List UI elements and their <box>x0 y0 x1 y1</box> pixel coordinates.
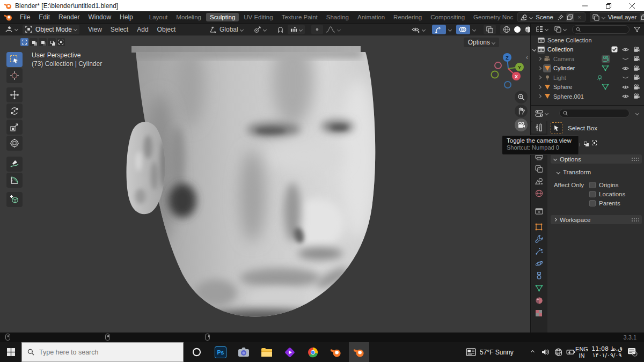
viewport-3d[interactable]: User Perspective (73) Collection | Cylin… <box>0 35 530 333</box>
blender-taskbar-button[interactable] <box>327 342 345 362</box>
camera-app-button[interactable] <box>235 342 252 362</box>
parents-checkbox[interactable] <box>589 200 596 206</box>
tray-expand-chevron[interactable] <box>527 342 538 362</box>
properties-editor-type-button[interactable] <box>532 108 551 118</box>
snap-settings-button[interactable] <box>288 25 305 34</box>
cylinder-render-icon[interactable] <box>633 64 641 72</box>
tab-texture[interactable] <box>531 307 546 319</box>
clock[interactable]: 11:08 ق.ظ ۱۴۰۱/۰۹/۰۹ <box>591 342 623 362</box>
menu-window[interactable]: Window <box>84 13 115 21</box>
chrome-button[interactable] <box>304 342 321 362</box>
tool-move-button[interactable] <box>6 87 23 102</box>
light-eye-closed-icon[interactable] <box>621 73 630 82</box>
new-scene-icon[interactable] <box>566 13 574 21</box>
outliner-row-camera[interactable]: Camera <box>531 54 644 64</box>
options-expand-icon[interactable] <box>553 157 557 161</box>
scene-selector[interactable]: Scene × <box>517 12 586 22</box>
snap-settings-chevron[interactable] <box>299 27 303 31</box>
tab-modifiers[interactable] <box>531 233 546 245</box>
sphere-001-eye-icon[interactable] <box>621 92 630 100</box>
camera-eye-closed-icon[interactable] <box>621 55 630 63</box>
minimize-button[interactable] <box>573 0 597 11</box>
active-tool-icon[interactable] <box>551 122 562 134</box>
gizmo-axis-neg-y[interactable] <box>492 71 499 78</box>
proportional-falloff-button[interactable] <box>323 25 343 34</box>
select-mode-invert-icon[interactable] <box>48 38 56 46</box>
workspace-tab-animation[interactable]: Animation <box>354 13 389 21</box>
cylinder-expand-icon[interactable] <box>538 67 541 70</box>
volume-icon[interactable] <box>539 342 552 362</box>
properties-options-chevron[interactable] <box>635 111 639 115</box>
file-explorer-button[interactable] <box>258 342 275 362</box>
collection-expand-icon[interactable] <box>532 48 536 51</box>
camera-label[interactable]: Camera <box>553 56 574 62</box>
sphere-001-render-icon[interactable] <box>633 92 641 100</box>
sphere-expand-icon[interactable] <box>538 85 541 89</box>
gizmo-chevron-button[interactable] <box>446 25 454 34</box>
sphere-data-icon[interactable] <box>602 84 609 90</box>
blender-logo-icon[interactable] <box>4 13 12 21</box>
view-layer-name[interactable]: ViewLayer <box>605 14 640 20</box>
gizmo-axis-neg-z[interactable] <box>504 82 511 88</box>
transform-subpanel-header[interactable]: Transform <box>557 169 642 175</box>
view-layer-selector[interactable]: ViewLayer × <box>590 12 644 22</box>
camera-render-icon[interactable] <box>633 55 641 63</box>
workspace-tab-shading[interactable]: Shading <box>323 13 353 21</box>
scene-name[interactable]: Scene <box>532 14 557 20</box>
toggle-xray-button[interactable] <box>484 25 496 34</box>
tab-particles[interactable] <box>531 245 546 257</box>
tool-measure-button[interactable] <box>6 173 23 188</box>
cylinder-data-icon[interactable] <box>602 65 609 71</box>
mode-chevron[interactable] <box>74 27 77 31</box>
select-mode-extend-icon[interactable] <box>30 38 38 46</box>
mode-selector[interactable]: Object Mode <box>23 25 79 34</box>
workspace-expand-icon[interactable] <box>553 218 557 221</box>
photoshop-button[interactable]: Ps <box>212 342 229 362</box>
camera-view-button[interactable] <box>515 119 528 131</box>
tool-transform-button[interactable] <box>6 136 23 151</box>
cortana-button[interactable] <box>188 342 205 362</box>
tab-tool[interactable] <box>531 121 546 134</box>
panel-grip-icon[interactable] <box>631 218 639 222</box>
sphere-label[interactable]: Sphere <box>553 84 572 90</box>
collection-checkbox[interactable] <box>610 46 618 54</box>
camera-expand-icon[interactable] <box>538 57 541 61</box>
workspace-tab-geometry-nodes[interactable]: Geometry Noc <box>470 13 517 21</box>
active-tool-row[interactable]: Select Box <box>551 122 642 134</box>
outliner-row-sphere[interactable]: Sphere <box>531 83 644 92</box>
select-mode-intersect-icon[interactable] <box>57 38 65 46</box>
pivot-point-button[interactable] <box>251 25 269 34</box>
workspace-tab-texture-paint[interactable]: Texture Paint <box>278 13 321 21</box>
menu-render[interactable]: Render <box>54 13 84 21</box>
options-panel-header[interactable]: Options <box>551 154 642 164</box>
restore-button[interactable] <box>597 0 620 11</box>
collection-label[interactable]: Collection <box>547 46 573 53</box>
orientation-chevron[interactable] <box>240 27 244 31</box>
camera-data-icon[interactable] <box>602 55 610 63</box>
light-render-icon[interactable] <box>633 73 641 82</box>
taskbar-search-box[interactable] <box>21 342 184 362</box>
tab-constraints[interactable] <box>531 270 546 282</box>
show-overlays-button[interactable] <box>456 25 470 34</box>
properties-search-input[interactable] <box>568 110 626 116</box>
tab-collection[interactable] <box>531 205 546 217</box>
media-player-button[interactable] <box>281 342 298 362</box>
tool-cursor-button[interactable] <box>6 68 23 83</box>
network-icon[interactable] <box>552 342 565 362</box>
weather-widget[interactable]: 57°F Sunny <box>466 342 519 362</box>
transform-expand-icon[interactable] <box>557 170 560 174</box>
menu-object[interactable]: Object <box>153 26 180 33</box>
locations-checkbox[interactable] <box>589 191 596 197</box>
new-view-layer-icon[interactable] <box>640 13 644 21</box>
snap-toggle-button[interactable] <box>274 25 287 34</box>
tab-object[interactable] <box>531 220 546 233</box>
light-label[interactable]: Light <box>553 75 566 81</box>
origins-checkbox[interactable] <box>589 182 596 188</box>
blender-taskbar-button-active[interactable] <box>349 342 369 362</box>
pivot-chevron[interactable] <box>263 27 267 31</box>
workspace-tab-rendering[interactable]: Rendering <box>390 13 426 21</box>
pan-view-button[interactable] <box>515 105 528 117</box>
outliner-row-cylinder[interactable]: Cylinder <box>531 64 644 73</box>
tab-view-layer[interactable] <box>531 162 546 175</box>
start-button[interactable] <box>0 342 21 362</box>
